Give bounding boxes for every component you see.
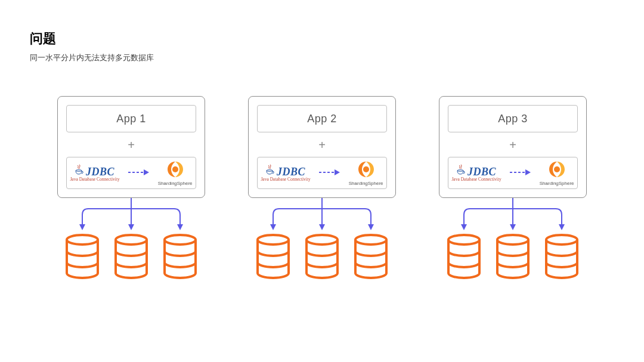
svg-point-2 (172, 166, 178, 172)
sphere-label: ShardingSphere (349, 181, 383, 186)
sphere-label: ShardingSphere (158, 181, 193, 186)
svg-point-4 (116, 235, 147, 245)
database-icon (113, 234, 149, 281)
database-icon (353, 234, 389, 281)
app-card: App 3 + (439, 96, 587, 198)
driver-box: JDBC Java Database Connectivity (66, 157, 196, 189)
page-title: 问题 (30, 32, 614, 45)
driver-box: JDBC Java Database Connectivity (448, 157, 578, 189)
app-label: App 2 (307, 113, 337, 125)
jdbc-acronym: JDBC (467, 166, 496, 177)
units-row: App 1 + (30, 96, 614, 281)
svg-point-14 (554, 166, 560, 172)
app-label-box: App 2 (257, 105, 387, 132)
fanout-arrows (439, 198, 587, 234)
svg-point-16 (497, 235, 528, 245)
jdbc-tagline: Java Database Connectivity (70, 177, 119, 182)
fanout-arrows (57, 198, 205, 234)
svg-point-12 (457, 169, 463, 171)
db-row (64, 234, 198, 281)
database-icon (162, 234, 198, 281)
shardingsphere-logo: ShardingSphere (158, 160, 193, 186)
database-icon (304, 234, 340, 281)
database-icon (495, 234, 531, 281)
svg-point-17 (546, 235, 577, 245)
app-card: App 2 + (248, 96, 396, 198)
app-label: App 1 (116, 113, 146, 125)
page-subtitle: 同一水平分片内无法支持多元数据库 (30, 54, 614, 61)
database-icon (544, 234, 580, 281)
dashed-arrow-icon (510, 168, 531, 178)
plus-icon: + (66, 138, 196, 152)
app-label-box: App 3 (448, 105, 578, 132)
jdbc-acronym: JDBC (277, 166, 305, 177)
plus-icon: + (257, 138, 387, 152)
svg-point-11 (355, 235, 386, 245)
svg-point-10 (306, 235, 338, 245)
unit-2: App 2 + (239, 96, 405, 281)
database-icon (446, 234, 482, 281)
svg-point-8 (363, 166, 369, 172)
dashed-arrow-icon (128, 168, 150, 178)
java-cup-icon (266, 165, 274, 177)
driver-box: JDBC Java Database Connectivity (257, 157, 387, 189)
shardingsphere-logo: ShardingSphere (540, 160, 574, 186)
unit-3: App 3 + (429, 96, 596, 281)
sphere-icon (357, 160, 375, 180)
app-label-box: App 1 (66, 105, 196, 132)
sphere-icon (548, 160, 566, 180)
plus-icon: + (448, 138, 578, 152)
svg-point-5 (165, 235, 196, 245)
dashed-arrow-icon (319, 168, 340, 178)
svg-point-0 (76, 169, 82, 171)
jdbc-tagline: Java Database Connectivity (261, 177, 310, 182)
jdbc-tagline: Java Database Connectivity (451, 177, 501, 182)
svg-point-15 (448, 235, 479, 245)
jdbc-logo: JDBC Java Database Connectivity (261, 165, 310, 182)
jdbc-logo: JDBC Java Database Connectivity (451, 165, 501, 182)
sphere-icon (166, 160, 184, 180)
database-icon (255, 234, 291, 281)
svg-point-9 (258, 235, 289, 245)
db-row (446, 234, 580, 281)
slide: 问题 同一水平分片内无法支持多元数据库 App 1 + (0, 0, 644, 362)
svg-point-6 (267, 169, 273, 171)
svg-point-3 (67, 235, 98, 245)
java-cup-icon (457, 165, 465, 177)
database-icon (64, 234, 100, 281)
java-cup-icon (75, 165, 83, 177)
app-card: App 1 + (57, 96, 205, 198)
sphere-label: ShardingSphere (540, 181, 574, 186)
jdbc-logo: JDBC Java Database Connectivity (70, 165, 119, 182)
jdbc-acronym: JDBC (86, 166, 114, 177)
fanout-arrows (248, 198, 396, 234)
shardingsphere-logo: ShardingSphere (349, 160, 383, 186)
unit-1: App 1 + (48, 96, 215, 281)
db-row (255, 234, 389, 281)
app-label: App 3 (498, 113, 528, 125)
